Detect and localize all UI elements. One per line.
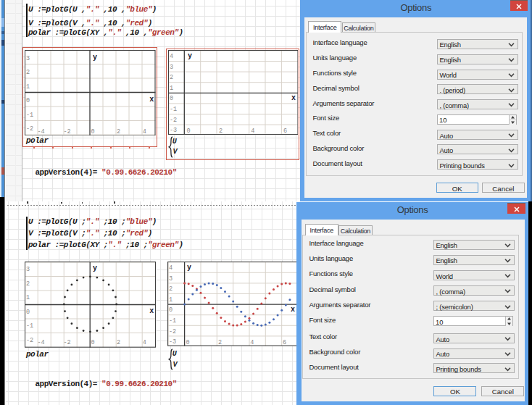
svg-text:x: x xyxy=(291,94,296,102)
svg-text:-1: -1 xyxy=(169,317,176,325)
svg-text:-1: -1 xyxy=(26,111,33,118)
svg-text:4: 4 xyxy=(250,339,254,346)
svg-text:2: 2 xyxy=(170,74,173,81)
svg-text:6: 6 xyxy=(283,128,287,135)
svg-text:x: x xyxy=(149,307,154,315)
svg-text:4: 4 xyxy=(143,340,146,347)
svg-text:2: 2 xyxy=(169,285,173,293)
svg-text:4: 4 xyxy=(170,53,173,60)
svg-text:-1: -1 xyxy=(26,323,33,330)
svg-text:-2: -2 xyxy=(64,340,71,347)
svg-text:6: 6 xyxy=(283,339,286,346)
svg-text:0: 0 xyxy=(186,128,190,135)
svg-text:2: 2 xyxy=(117,128,120,135)
svg-text:0: 0 xyxy=(91,128,95,135)
svg-text:1: 1 xyxy=(26,295,30,302)
svg-text:1: 1 xyxy=(169,296,173,304)
svg-text:0: 0 xyxy=(186,339,189,346)
svg-text:-2: -2 xyxy=(170,116,177,123)
svg-text:-2: -2 xyxy=(169,328,176,335)
svg-text:3: 3 xyxy=(26,54,30,62)
svg-text:-4: -4 xyxy=(38,128,45,135)
svg-text:-2: -2 xyxy=(64,128,71,135)
svg-text:4: 4 xyxy=(143,128,146,135)
svg-text:0: 0 xyxy=(26,309,30,316)
svg-text:3: 3 xyxy=(170,63,173,70)
svg-text:x: x xyxy=(149,95,154,103)
svg-text:-1: -1 xyxy=(170,106,177,113)
svg-text:y: y xyxy=(93,265,97,273)
svg-text:0: 0 xyxy=(26,97,30,104)
svg-text:3: 3 xyxy=(26,267,30,274)
svg-text:4: 4 xyxy=(251,128,254,135)
svg-text:-4: -4 xyxy=(38,340,45,347)
svg-text:-3: -3 xyxy=(170,127,177,134)
svg-text:y: y xyxy=(188,52,192,60)
svg-text:y: y xyxy=(187,264,191,272)
svg-text:2: 2 xyxy=(117,340,120,347)
svg-text:4: 4 xyxy=(169,264,173,272)
svg-text:-2: -2 xyxy=(26,337,33,344)
svg-text:0: 0 xyxy=(169,307,173,314)
svg-text:0: 0 xyxy=(170,95,173,102)
svg-text:y: y xyxy=(93,53,97,61)
svg-text:x: x xyxy=(291,306,295,314)
svg-text:2: 2 xyxy=(218,339,222,346)
svg-text:0: 0 xyxy=(91,340,94,347)
svg-text:1: 1 xyxy=(170,84,173,91)
svg-text:2: 2 xyxy=(219,128,223,135)
svg-text:-3: -3 xyxy=(169,338,176,346)
svg-text:1: 1 xyxy=(26,83,30,90)
svg-text:2: 2 xyxy=(26,280,30,288)
svg-text:3: 3 xyxy=(169,275,173,283)
svg-text:-2: -2 xyxy=(26,125,33,133)
svg-text:2: 2 xyxy=(26,69,30,76)
